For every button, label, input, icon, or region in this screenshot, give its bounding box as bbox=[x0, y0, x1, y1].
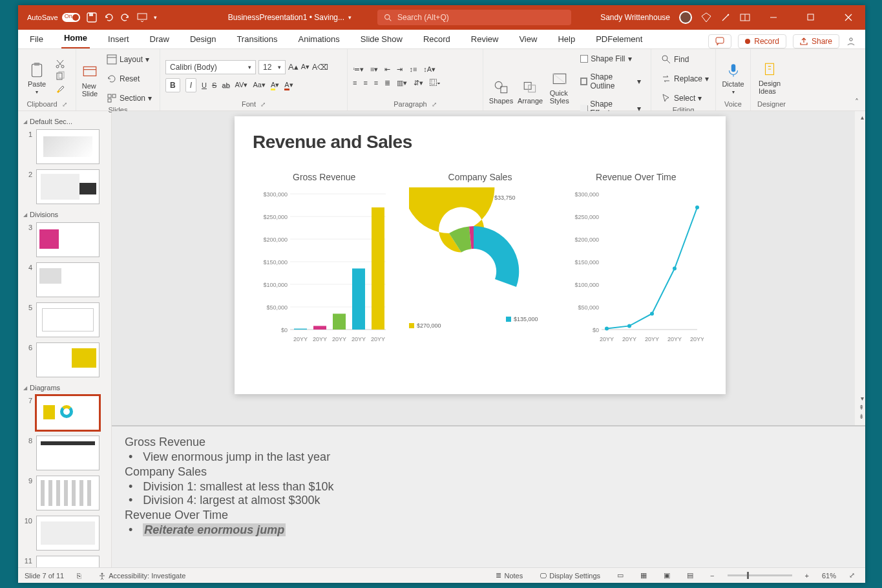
tab-home[interactable]: Home bbox=[61, 29, 90, 48]
close-button[interactable] bbox=[834, 5, 863, 30]
shapes-button[interactable]: Shapes bbox=[488, 67, 514, 105]
share-button[interactable]: Share bbox=[793, 34, 839, 48]
shape-fill-button[interactable]: Shape Fill▾ bbox=[576, 52, 646, 66]
zoom-slider[interactable] bbox=[728, 574, 792, 576]
tab-animations[interactable]: Animations bbox=[296, 30, 342, 48]
slide-editor[interactable]: Revenue and Sales Gross Revenue $300,000… bbox=[112, 111, 865, 425]
numbering-button[interactable]: ≡▾ bbox=[370, 65, 378, 74]
dictate-button[interactable]: Dictate▾ bbox=[721, 58, 745, 95]
autosave-toggle[interactable]: AutoSave On bbox=[27, 13, 80, 22]
shrink-font-button[interactable]: A▾ bbox=[301, 63, 310, 71]
save-icon[interactable] bbox=[87, 12, 97, 23]
shape-outline-button[interactable]: Shape Outline▾ bbox=[576, 70, 646, 93]
highlight-button[interactable]: A▾ bbox=[271, 81, 279, 89]
paste-button[interactable]: Paste▾ bbox=[23, 58, 50, 95]
slide-thumb-4[interactable] bbox=[36, 262, 100, 297]
bold-button[interactable]: B bbox=[165, 78, 180, 92]
slide-canvas[interactable]: Revenue and Sales Gross Revenue $300,000… bbox=[235, 116, 726, 394]
accessibility-button[interactable]: Accessibility: Investigate bbox=[94, 572, 189, 580]
tab-file[interactable]: File bbox=[27, 30, 46, 48]
user-avatar[interactable] bbox=[679, 11, 692, 24]
smartart-button[interactable]: ⿶▾ bbox=[430, 79, 441, 87]
slide-thumb-5[interactable] bbox=[36, 302, 100, 337]
bullets-button[interactable]: ≔▾ bbox=[353, 65, 364, 74]
change-case-button[interactable]: Aa▾ bbox=[253, 81, 265, 89]
arrange-button[interactable]: Arrange bbox=[518, 67, 543, 105]
section-header[interactable]: Diagrams bbox=[22, 381, 107, 394]
tab-help[interactable]: Help bbox=[555, 30, 578, 48]
format-painter-button[interactable] bbox=[54, 83, 66, 94]
start-slideshow-icon[interactable] bbox=[137, 12, 147, 23]
collapse-ribbon-button[interactable]: ˄ bbox=[855, 98, 859, 107]
layout-button[interactable]: Layout▾ bbox=[102, 52, 156, 67]
notes-toggle[interactable]: ≣ Notes bbox=[492, 571, 527, 580]
tab-draw[interactable]: Draw bbox=[147, 30, 172, 48]
text-direction-button[interactable]: ↕A▾ bbox=[423, 65, 436, 74]
align-text-button[interactable]: ⇵▾ bbox=[414, 79, 423, 87]
search-input[interactable]: Search (Alt+Q) bbox=[377, 10, 571, 25]
outdent-button[interactable]: ⇤ bbox=[384, 65, 390, 74]
minimize-button[interactable] bbox=[759, 5, 788, 30]
record-button[interactable]: Record bbox=[738, 34, 786, 48]
tab-transitions[interactable]: Transitions bbox=[234, 30, 280, 48]
copy-button[interactable] bbox=[54, 71, 66, 81]
italic-button[interactable]: I bbox=[185, 78, 196, 92]
char-spacing-button[interactable]: AV▾ bbox=[235, 81, 248, 89]
slideshow-view-button[interactable]: ▤ bbox=[683, 571, 697, 580]
slide-thumb-10[interactable] bbox=[36, 516, 100, 551]
section-header[interactable]: Divisions bbox=[22, 208, 107, 221]
sorter-view-button[interactable]: ▦ bbox=[636, 571, 651, 580]
text-spelling-icon[interactable]: ⎘ bbox=[73, 572, 85, 580]
redo-icon[interactable] bbox=[120, 12, 131, 23]
fit-to-window-button[interactable]: ⤢ bbox=[845, 571, 859, 580]
slide-thumb-11[interactable] bbox=[36, 556, 100, 567]
maximize-button[interactable] bbox=[797, 5, 825, 30]
underline-button[interactable]: U bbox=[202, 81, 207, 89]
tab-view[interactable]: View bbox=[516, 30, 540, 48]
normal-view-button[interactable]: ▭ bbox=[613, 571, 627, 580]
tab-record[interactable]: Record bbox=[421, 30, 453, 48]
line-spacing-button[interactable]: ↕≡ bbox=[409, 65, 417, 73]
slide-thumb-7[interactable] bbox=[36, 395, 100, 430]
select-button[interactable]: Select▾ bbox=[656, 90, 713, 106]
font-size-select[interactable]: 12▾ bbox=[258, 60, 286, 74]
replace-button[interactable]: Replace▾ bbox=[656, 71, 713, 87]
font-family-select[interactable]: Calibri (Body)▾ bbox=[165, 60, 256, 74]
cut-button[interactable] bbox=[54, 59, 66, 69]
justify-button[interactable]: ≣ bbox=[384, 79, 390, 87]
align-right-button[interactable]: ≡ bbox=[374, 79, 378, 87]
tab-design[interactable]: Design bbox=[187, 30, 218, 48]
undo-icon[interactable] bbox=[103, 12, 114, 23]
zoom-level[interactable]: 61% bbox=[822, 572, 836, 580]
columns-button[interactable]: ▥▾ bbox=[397, 79, 407, 87]
grow-font-button[interactable]: A▴ bbox=[288, 62, 299, 72]
slide-thumb-6[interactable] bbox=[36, 342, 100, 377]
quick-styles-button[interactable]: Quick Styles bbox=[547, 67, 572, 105]
strike-button[interactable]: S bbox=[212, 81, 216, 89]
tab-review[interactable]: Review bbox=[468, 30, 501, 48]
slide-thumb-8[interactable] bbox=[36, 436, 100, 470]
new-slide-button[interactable]: New Slide bbox=[81, 60, 98, 98]
shadow-button[interactable]: ab bbox=[222, 81, 229, 89]
clear-format-button[interactable]: A⌫ bbox=[312, 63, 328, 72]
find-button[interactable]: Find bbox=[656, 52, 713, 67]
tab-insert[interactable]: Insert bbox=[105, 30, 132, 48]
font-color-button[interactable]: A▾ bbox=[284, 81, 293, 89]
design-ideas-button[interactable]: Design Ideas bbox=[756, 58, 783, 95]
reading-view-button[interactable]: ▣ bbox=[660, 571, 674, 580]
wand-icon[interactable] bbox=[720, 12, 731, 23]
zoom-out-button[interactable]: − bbox=[706, 572, 718, 580]
notes-pane[interactable]: Gross Revenue View enormous jump in the … bbox=[112, 425, 865, 567]
comments-button[interactable] bbox=[708, 34, 731, 48]
window-mode-icon[interactable] bbox=[740, 12, 750, 23]
slide-thumb-3[interactable] bbox=[36, 222, 100, 257]
account-icon[interactable] bbox=[846, 36, 856, 47]
display-settings-button[interactable]: 🖵 Display Settings bbox=[536, 572, 604, 580]
indent-button[interactable]: ⇥ bbox=[397, 65, 403, 74]
tab-pdfelement[interactable]: PDFelement bbox=[593, 30, 645, 48]
user-name[interactable]: Sandy Writtenhouse bbox=[600, 13, 670, 22]
tab-slideshow[interactable]: Slide Show bbox=[358, 30, 405, 48]
zoom-in-button[interactable]: + bbox=[801, 572, 813, 580]
align-center-button[interactable]: ≡ bbox=[363, 79, 367, 87]
slide-thumb-9[interactable] bbox=[36, 476, 100, 510]
